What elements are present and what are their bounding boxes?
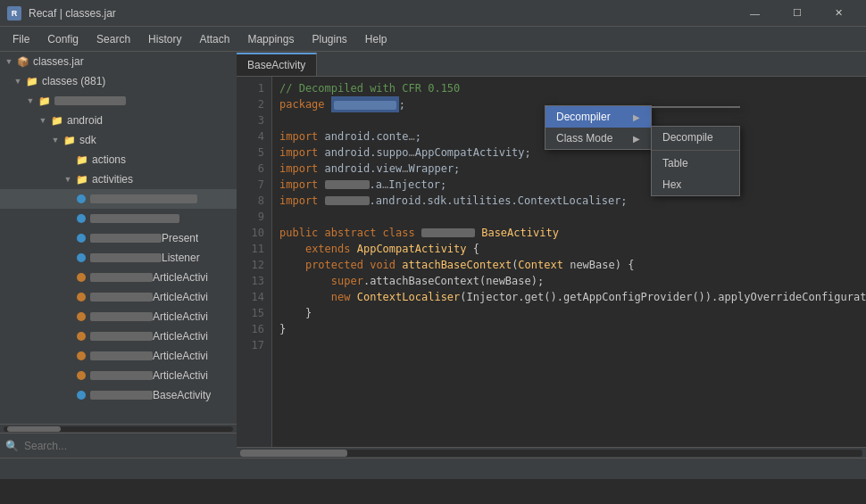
item3-suffix: Present	[162, 232, 198, 244]
folder-r1-icon: 📁	[37, 94, 52, 108]
tree-item-8[interactable]: ArticleActivi	[0, 326, 237, 346]
tree-item-7[interactable]: ArticleActivi	[0, 307, 237, 326]
ctx-hex-label: Hex	[662, 178, 681, 191]
class-icon-3	[77, 234, 86, 243]
search-icon: 🔍	[5, 440, 19, 452]
ctx-separator-1	[652, 150, 739, 151]
class-icon-9	[77, 351, 86, 360]
code-line-10: public abstract class BaseActivity	[279, 225, 859, 241]
arrow-activities-icon: ▼	[62, 174, 73, 185]
actions-label: actions	[92, 153, 126, 166]
item5-suffix: ArticleActivi	[153, 271, 208, 284]
item11-suffix: BaseActivity	[153, 389, 211, 401]
tree-actions[interactable]: 📁 actions	[0, 150, 237, 169]
tree-item-11[interactable]: BaseActivity	[0, 385, 237, 405]
ctx-decompiler[interactable]: Decompiler ▶	[545, 106, 651, 128]
sidebar-hscroll[interactable]	[0, 424, 237, 433]
tree-sdk[interactable]: ▼ 📁 sdk	[0, 130, 237, 150]
menu-history[interactable]: History	[139, 29, 190, 49]
item10-suffix: ArticleActivi	[153, 369, 208, 382]
editor-area: BaseActivity 1234567891011121314151617 /…	[237, 52, 866, 458]
class-icon-8	[77, 332, 86, 341]
code-line-7: import .a…Injector;	[279, 177, 859, 193]
window-title: Recaf | classes.jar	[29, 7, 116, 20]
item5-label	[90, 273, 153, 282]
ctx-class-mode[interactable]: Class Mode ▶ Decompile Table Hex	[545, 128, 651, 149]
menu-mappings[interactable]: Mappings	[238, 29, 303, 49]
search-input[interactable]	[24, 440, 231, 452]
tree-item-6[interactable]: ArticleActivi	[0, 287, 237, 307]
menu-file[interactable]: File	[4, 29, 38, 49]
tree-item-3[interactable]: Present	[0, 228, 237, 248]
class-icon-5	[77, 273, 86, 282]
tree-android[interactable]: ▼ 📁 android	[0, 111, 237, 130]
minimize-button[interactable]: —	[735, 0, 775, 27]
class-mode-submenu[interactable]: Decompile Table Hex	[651, 126, 740, 196]
menu-help[interactable]: Help	[356, 29, 396, 49]
class-icon-1	[77, 194, 86, 203]
title-bar: R Recaf | classes.jar — ☐ ✕	[0, 0, 866, 27]
code-line-12: protected void attachBaseContext(Context…	[279, 257, 859, 273]
code-line-11: extends AppCompatActivity {	[279, 241, 859, 257]
menu-plugins[interactable]: Plugins	[303, 29, 355, 49]
ctx-decompile[interactable]: Decompile	[652, 127, 739, 148]
item6-label	[90, 293, 153, 302]
maximize-button[interactable]: ☐	[777, 0, 817, 27]
classes-label: classes (881)	[42, 75, 105, 87]
ctx-decompiler-arrow: ▶	[633, 112, 640, 122]
code-line-13: super.attachBaseContext(newBase);	[279, 273, 859, 289]
code-line-16: }	[279, 321, 859, 337]
jar-label: classes.jar	[33, 55, 84, 68]
folder-sdk-icon: 📁	[62, 133, 77, 147]
class-icon-6	[77, 293, 86, 302]
class-icon-2	[77, 214, 86, 223]
tab-baseactivity[interactable]: BaseActivity	[237, 53, 317, 76]
item7-label	[90, 312, 153, 321]
arrow-actions-icon	[62, 154, 73, 165]
code-line-9	[279, 209, 859, 225]
item11-label	[90, 391, 153, 400]
tree-item-2[interactable]	[0, 209, 237, 228]
activities-label: activities	[92, 173, 133, 186]
menu-attach[interactable]: Attach	[190, 29, 238, 49]
arrow-android-icon: ▼	[37, 115, 48, 126]
tree-root[interactable]: ▼ 📦 classes.jar	[0, 52, 237, 71]
close-button[interactable]: ✕	[819, 0, 859, 27]
decompiler-submenu[interactable]	[651, 106, 740, 108]
code-line-14: new ContextLocaliser(Injector.get().getA…	[279, 289, 859, 305]
tree-item-9[interactable]: ArticleActivi	[0, 346, 237, 366]
status-bar	[0, 458, 866, 479]
ctx-table[interactable]: Table	[652, 153, 739, 174]
tab-label: BaseActivity	[247, 59, 305, 71]
ctx-class-mode-label: Class Mode	[556, 132, 612, 145]
item2-label	[90, 214, 179, 223]
tree-activities[interactable]: ▼ 📁 activities	[0, 169, 237, 189]
folder-actions-icon: 📁	[75, 153, 89, 167]
editor-hscroll-thumb[interactable]	[240, 450, 347, 457]
menu-search[interactable]: Search	[87, 29, 139, 49]
menu-config[interactable]: Config	[38, 29, 87, 49]
code-line-15: }	[279, 305, 859, 321]
editor-hscroll[interactable]	[237, 447, 866, 458]
folder-icon: 📁	[25, 74, 39, 88]
ctx-hex[interactable]: Hex	[652, 174, 739, 195]
hscroll-thumb[interactable]	[7, 426, 61, 432]
window-controls: — ☐ ✕	[735, 0, 859, 27]
sidebar-content: ▼ 📦 classes.jar ▼ 📁 classes (881) ▼ 📁	[0, 52, 237, 424]
tree-redacted1[interactable]: ▼ 📁	[0, 91, 237, 111]
tree-item-5[interactable]: ArticleActivi	[0, 268, 237, 287]
item9-suffix: ArticleActivi	[153, 350, 208, 362]
context-menu[interactable]: Decompiler ▶ Class Mode ▶ Decompile	[545, 105, 652, 150]
hscroll-track	[4, 426, 233, 432]
line-numbers: 1234567891011121314151617	[237, 77, 272, 447]
tree-item-10[interactable]: ArticleActivi	[0, 366, 237, 385]
sidebar: ▼ 📦 classes.jar ▼ 📁 classes (881) ▼ 📁	[0, 52, 237, 458]
class-icon-11	[77, 391, 86, 400]
class-icon-10	[77, 371, 86, 380]
item3-label	[90, 234, 162, 243]
item4-suffix: Listener	[162, 252, 200, 264]
arrow-classes-icon: ▼	[12, 76, 23, 87]
tree-item-1[interactable]	[0, 189, 237, 209]
tree-item-4[interactable]: Listener	[0, 248, 237, 268]
tree-classes[interactable]: ▼ 📁 classes (881)	[0, 71, 237, 91]
